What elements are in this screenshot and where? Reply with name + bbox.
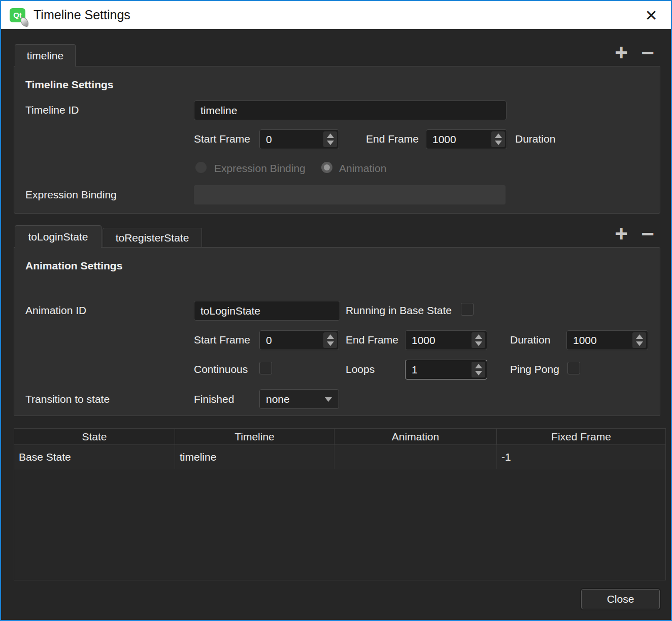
spin-down-icon[interactable] bbox=[327, 141, 334, 145]
start-frame-spin-buttons[interactable] bbox=[323, 131, 337, 147]
anim-end-frame-spinbox[interactable]: 1000 bbox=[405, 330, 487, 350]
finished-dropdown[interactable]: none bbox=[259, 389, 339, 409]
continuous-checkbox[interactable] bbox=[259, 362, 272, 374]
loops-label: Loops bbox=[346, 363, 375, 375]
end-frame-spin-buttons[interactable] bbox=[491, 131, 505, 147]
spin-up-icon[interactable] bbox=[475, 334, 482, 339]
chevron-down-icon bbox=[325, 397, 332, 402]
tab-tologinstate[interactable]: toLoginState bbox=[15, 225, 102, 248]
running-in-base-state-checkbox[interactable] bbox=[461, 303, 474, 316]
animation-tab-actions: + − bbox=[611, 223, 658, 245]
window-title: Timeline Settings bbox=[33, 8, 130, 22]
anim-duration-spinbox[interactable]: 1000 bbox=[566, 330, 648, 350]
tab-timeline[interactable]: timeline bbox=[15, 44, 76, 66]
anim-duration-value: 1000 bbox=[573, 331, 597, 350]
table-row[interactable]: Base State timeline -1 bbox=[14, 445, 665, 469]
spin-up-icon[interactable] bbox=[495, 133, 502, 138]
expression-binding-radio-label: Expression Binding bbox=[214, 162, 306, 175]
expression-binding-input[interactable] bbox=[194, 185, 506, 204]
animation-radio-label: Animation bbox=[339, 162, 386, 175]
tab-toregisterstate-label: toRegisterState bbox=[116, 232, 189, 244]
spin-up-icon[interactable] bbox=[327, 334, 334, 339]
close-button[interactable]: Close bbox=[581, 589, 660, 609]
animation-id-label: Animation ID bbox=[25, 304, 86, 317]
ping-pong-checkbox[interactable] bbox=[567, 362, 580, 374]
tab-timeline-label: timeline bbox=[27, 50, 63, 62]
cell-timeline[interactable]: timeline bbox=[175, 445, 334, 469]
transition-to-state-label: Transition to state bbox=[25, 393, 110, 405]
qt-design-studio-icon: Qt bbox=[10, 8, 25, 22]
finished-label: Finished bbox=[194, 393, 234, 405]
animation-id-value: toLoginState bbox=[200, 305, 260, 317]
spin-down-icon[interactable] bbox=[475, 371, 482, 375]
expression-binding-radio[interactable] bbox=[195, 162, 207, 173]
animation-id-input[interactable]: toLoginState bbox=[194, 301, 340, 321]
close-button-label: Close bbox=[607, 593, 634, 605]
qt-icon-text: Qt bbox=[13, 11, 22, 19]
spin-down-icon[interactable] bbox=[495, 141, 502, 145]
remove-timeline-icon[interactable]: − bbox=[637, 42, 658, 64]
tab-tologinstate-label: toLoginState bbox=[28, 231, 88, 243]
window-close-icon[interactable]: ✕ bbox=[642, 6, 661, 25]
spin-down-icon[interactable] bbox=[475, 341, 482, 346]
anim-end-frame-label: End Frame bbox=[346, 334, 398, 346]
anim-start-frame-label: Start Frame bbox=[194, 334, 250, 346]
anim-duration-spin-buttons[interactable] bbox=[632, 332, 646, 348]
add-timeline-icon[interactable]: + bbox=[611, 42, 631, 64]
animation-radio[interactable] bbox=[321, 162, 332, 173]
loops-spinbox[interactable]: 1 bbox=[405, 360, 487, 380]
cell-state[interactable]: Base State bbox=[14, 445, 175, 469]
timeline-settings-heading: Timeline Settings bbox=[25, 79, 114, 91]
animation-settings-panel: Animation Settings Animation ID toLoginS… bbox=[14, 247, 660, 416]
animation-settings-heading: Animation Settings bbox=[25, 260, 122, 272]
anim-duration-label: Duration bbox=[510, 334, 550, 346]
spin-down-icon[interactable] bbox=[636, 341, 643, 346]
timeline-tab-actions: + − bbox=[611, 42, 658, 64]
timeline-id-value: timeline bbox=[200, 105, 237, 117]
states-table-header: State Timeline Animation Fixed Frame bbox=[14, 429, 665, 445]
timeline-id-label: Timeline ID bbox=[25, 104, 79, 116]
spin-down-icon[interactable] bbox=[327, 341, 334, 346]
tab-toregisterstate[interactable]: toRegisterState bbox=[103, 228, 202, 248]
running-in-base-state-label: Running in Base State bbox=[346, 304, 452, 317]
continuous-label: Continuous bbox=[194, 363, 248, 375]
spin-up-icon[interactable] bbox=[636, 334, 643, 339]
loops-value: 1 bbox=[412, 360, 418, 379]
add-animation-icon[interactable]: + bbox=[611, 223, 631, 245]
anim-end-frame-spin-buttons[interactable] bbox=[472, 332, 485, 348]
spin-up-icon[interactable] bbox=[475, 364, 482, 368]
column-header-animation[interactable]: Animation bbox=[334, 429, 497, 445]
end-frame-spinbox[interactable]: 1000 bbox=[426, 129, 507, 149]
column-header-state[interactable]: State bbox=[14, 429, 175, 445]
expression-binding-label: Expression Binding bbox=[25, 189, 117, 201]
column-header-timeline[interactable]: Timeline bbox=[175, 429, 334, 445]
cell-animation[interactable] bbox=[334, 445, 497, 469]
anim-start-frame-spin-buttons[interactable] bbox=[323, 332, 337, 348]
anim-start-frame-spinbox[interactable]: 0 bbox=[259, 330, 339, 350]
timeline-settings-dialog: Qt Timeline Settings ✕ timeline + − Time… bbox=[0, 0, 672, 621]
title-bar: Qt Timeline Settings ✕ bbox=[1, 1, 671, 29]
start-frame-label: Start Frame bbox=[194, 133, 250, 145]
anim-end-frame-value: 1000 bbox=[412, 331, 435, 350]
remove-animation-icon[interactable]: − bbox=[637, 223, 658, 245]
anim-start-frame-value: 0 bbox=[266, 331, 272, 350]
end-frame-value: 1000 bbox=[432, 130, 456, 149]
finished-dropdown-value: none bbox=[266, 390, 290, 408]
start-frame-spinbox[interactable]: 0 bbox=[259, 129, 339, 149]
timeline-settings-panel: Timeline Settings Timeline ID timeline S… bbox=[14, 66, 660, 214]
cell-fixed-frame[interactable]: -1 bbox=[497, 445, 665, 469]
ping-pong-label: Ping Pong bbox=[510, 363, 559, 375]
column-header-fixed-frame[interactable]: Fixed Frame bbox=[497, 429, 665, 445]
duration-label: Duration bbox=[515, 133, 555, 145]
timeline-id-input[interactable]: timeline bbox=[194, 100, 507, 120]
states-table: State Timeline Animation Fixed Frame Bas… bbox=[14, 428, 666, 580]
loops-spin-buttons[interactable] bbox=[472, 362, 485, 377]
spin-up-icon[interactable] bbox=[327, 133, 334, 138]
start-frame-value: 0 bbox=[266, 130, 272, 149]
end-frame-label: End Frame bbox=[366, 133, 419, 145]
